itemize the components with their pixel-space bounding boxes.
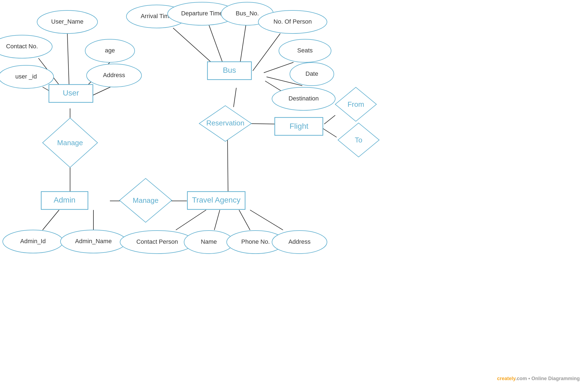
attr-admin-name-text: Admin_Name (75, 238, 112, 245)
svg-line-26 (250, 210, 283, 230)
relationship-to: To (338, 123, 379, 157)
svg-line-17 (324, 115, 335, 124)
attr-contact-no-text: Contact No. (6, 43, 38, 50)
svg-line-14 (234, 88, 236, 107)
attr-no-of-person-text: No. Of Person (273, 18, 312, 25)
watermark: creately.com • Online Diagramming (497, 376, 580, 382)
attr-contact-person-text: Contact Person (136, 238, 178, 245)
manage-admin-label: Manage (133, 196, 159, 204)
attr-name-ta-text: Name (201, 238, 217, 245)
attr-destination-text: Destination (289, 95, 319, 102)
relationship-manage-user: Manage (43, 118, 98, 167)
attr-address-ta-text: Address (289, 238, 311, 245)
svg-line-10 (253, 33, 280, 71)
attr-bus-no-text: Bus_No. (236, 10, 259, 17)
svg-line-25 (239, 210, 250, 230)
entity-travel-agency: Travel Agency (187, 192, 245, 209)
svg-line-18 (323, 128, 337, 137)
entity-user: User (49, 85, 93, 102)
travel-agency-label: Travel Agency (192, 196, 240, 204)
flight-label: Flight (290, 122, 309, 130)
user-label: User (63, 89, 79, 97)
svg-line-0 (67, 33, 69, 91)
attr-age-text: age (105, 47, 115, 54)
svg-line-16 (228, 140, 228, 192)
bus-label: Bus (223, 66, 236, 74)
attr-admin-id-text: Admin_Id (20, 238, 46, 245)
attr-address-user-text: Address (103, 72, 125, 78)
attr-user-name-text: User_Name (51, 18, 83, 25)
watermark-brand: creately (497, 376, 515, 381)
attr-phone-no-text: Phone No. (241, 238, 270, 245)
admin-label: Admin (54, 196, 75, 204)
er-diagram-svg: User Bus Flight Admin Travel Agency Use (0, 0, 588, 387)
svg-line-11 (264, 62, 293, 73)
svg-line-23 (176, 210, 206, 230)
relationship-reservation: Reservation (199, 106, 251, 141)
entity-bus: Bus (207, 62, 251, 80)
relationship-manage-admin: Manage (120, 178, 172, 222)
attr-date-text: Date (306, 70, 318, 77)
diagram-container: User Bus Flight Admin Travel Agency Use (0, 0, 588, 387)
reservation-label: Reservation (206, 119, 245, 127)
attr-user-id-text: user _id (15, 73, 37, 80)
from-label: From (348, 100, 364, 108)
svg-line-24 (214, 210, 220, 230)
relationship-from: From (335, 87, 376, 121)
entity-flight: Flight (275, 117, 323, 135)
to-label: To (355, 136, 362, 144)
entity-admin: Admin (41, 192, 88, 209)
watermark-suffix: .com • Online Diagramming (515, 376, 580, 381)
manage-user-label: Manage (57, 139, 83, 147)
svg-line-21 (43, 210, 59, 230)
attr-departure-time-text: Departure Time (181, 10, 223, 17)
attr-seats-text: Seats (297, 47, 313, 54)
